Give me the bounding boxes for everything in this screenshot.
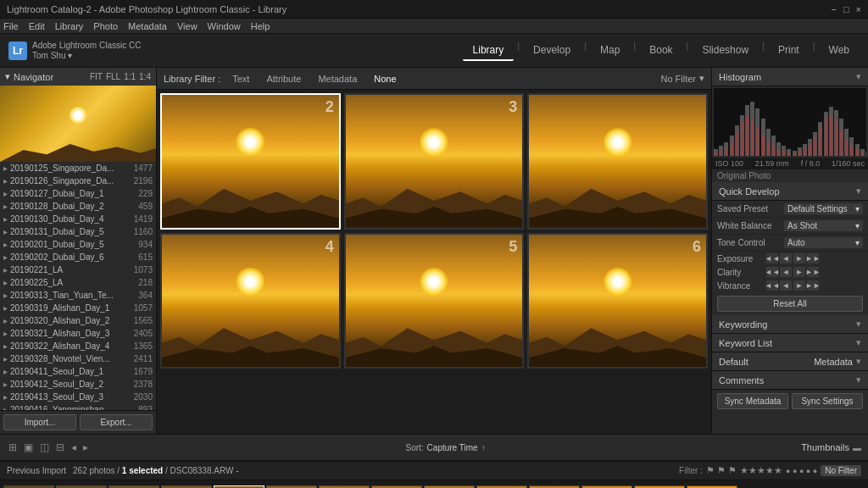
- folder-item[interactable]: ▸ 20190320_Alishan_Day_2 1565: [0, 314, 156, 327]
- folder-item[interactable]: ▸ 20190412_Seoul_Day_2 2378: [0, 378, 156, 391]
- 1-4-option[interactable]: 1:4: [139, 72, 151, 81]
- filmstrip-item[interactable]: [3, 485, 54, 489]
- folder-item[interactable]: ▸ 20190202_Dubai_Day_6 615: [0, 251, 156, 263]
- folder-item[interactable]: ▸ 20190225_LA 218: [0, 276, 156, 289]
- keywording-header[interactable]: Keywording ▾: [712, 315, 868, 334]
- menu-file[interactable]: File: [3, 21, 19, 31]
- grid-view-icon[interactable]: ⊞: [7, 440, 19, 455]
- folder-item[interactable]: ▸ 20190313_Tian_Yuan_Te... 364: [0, 289, 156, 302]
- exposure-inc-large[interactable]: ►►: [807, 253, 819, 263]
- tab-web[interactable]: Web: [819, 41, 860, 61]
- saved-preset-value[interactable]: Default Settings ▾: [784, 203, 863, 214]
- vibrance-inc[interactable]: ►: [793, 280, 805, 291]
- histogram-header[interactable]: Histogram ▾: [712, 68, 868, 86]
- navigator-header[interactable]: ▾ Navigator FIT FLL 1:1 1:4: [0, 68, 156, 86]
- white-balance-value[interactable]: As Shot ▾: [784, 220, 863, 231]
- survey-view-icon[interactable]: ⊟: [54, 440, 66, 455]
- menu-edit[interactable]: Edit: [29, 21, 45, 31]
- menu-help[interactable]: Help: [251, 21, 270, 31]
- filmstrip-item[interactable]: [319, 485, 370, 489]
- clarity-inc-large[interactable]: ►►: [807, 267, 819, 277]
- tab-map[interactable]: Map: [590, 41, 630, 61]
- tone-control-value[interactable]: Auto ▾: [784, 237, 863, 248]
- folder-item[interactable]: ▸ 20190411_Seoul_Day_1 1679: [0, 365, 156, 378]
- sync-settings-button[interactable]: Sync Settings: [792, 393, 863, 409]
- folder-item[interactable]: ▸ 20190321_Alishan_Day_3 2405: [0, 327, 156, 340]
- filmstrip-item[interactable]: [634, 485, 685, 489]
- filmstrip-item[interactable]: [687, 485, 737, 489]
- filmstrip-item[interactable]: [266, 485, 317, 489]
- filter-none[interactable]: None: [369, 72, 401, 86]
- folder-item[interactable]: ▸ 20190322_Alishan_Day_4 1365: [0, 340, 156, 352]
- tab-slideshow[interactable]: Slideshow: [692, 41, 759, 61]
- metadata-header[interactable]: Default Metadata ▾: [712, 352, 868, 371]
- sort-value[interactable]: Capture Time: [427, 443, 478, 452]
- fll-option[interactable]: FLL: [106, 72, 120, 81]
- import-button[interactable]: Import...: [3, 414, 76, 430]
- loupe-view-icon[interactable]: ▣: [22, 440, 35, 455]
- photo-cell[interactable]: 4: [160, 233, 341, 369]
- fit-option[interactable]: FIT: [90, 72, 103, 81]
- menu-window[interactable]: Window: [208, 21, 241, 31]
- folder-item[interactable]: ▸ 20190413_Seoul_Day_3 2030: [0, 391, 156, 403]
- exposure-dec-large[interactable]: ◄◄: [766, 253, 778, 263]
- exposure-inc[interactable]: ►: [793, 253, 805, 263]
- filmstrip-item[interactable]: [371, 485, 422, 489]
- prev-button[interactable]: ◂: [70, 440, 78, 455]
- minimize-button[interactable]: −: [831, 4, 836, 14]
- folder-item[interactable]: ▸ 20190125_Singapore_Da... 1477: [0, 162, 156, 175]
- folder-item[interactable]: ▸ 20190127_Dubai_Day_1 229: [0, 187, 156, 200]
- keyword-list-header[interactable]: Keyword List ▾: [712, 334, 868, 352]
- exposure-dec[interactable]: ◄: [780, 253, 792, 263]
- vibrance-dec-large[interactable]: ◄◄: [766, 280, 778, 291]
- next-button[interactable]: ▸: [81, 440, 90, 455]
- menu-metadata[interactable]: Metadata: [128, 21, 167, 31]
- filmstrip-item[interactable]: [56, 485, 107, 489]
- folder-item[interactable]: ▸ 20190131_Dubai_Day_5 1160: [0, 225, 156, 238]
- menu-photo[interactable]: Photo: [93, 21, 118, 31]
- comments-header[interactable]: Comments ▾: [712, 371, 868, 390]
- sync-metadata-button[interactable]: Sync Metadata: [717, 393, 788, 409]
- photo-cell[interactable]: 6: [527, 233, 708, 369]
- folder-item[interactable]: ▸ 20190328_Novotel_Vien... 2411: [0, 352, 156, 365]
- clarity-inc[interactable]: ►: [793, 267, 805, 277]
- user-dropdown-icon[interactable]: ▾: [68, 51, 72, 60]
- folder-item[interactable]: ▸ 20190130_Dubai_Day_4 1419: [0, 213, 156, 225]
- menu-view[interactable]: View: [177, 21, 198, 31]
- tab-book[interactable]: Book: [639, 41, 682, 61]
- maximize-button[interactable]: □: [843, 4, 849, 14]
- folder-item[interactable]: ▸ 20190201_Dubai_Day_5 934: [0, 238, 156, 251]
- filmstrip-item[interactable]: [108, 485, 159, 489]
- menu-library[interactable]: Library: [55, 21, 84, 31]
- sort-direction-icon[interactable]: ↑: [481, 443, 486, 452]
- folder-item[interactable]: ▸ 20190128_Dubai_Day_2 459: [0, 200, 156, 213]
- filter-metadata[interactable]: Metadata: [313, 72, 362, 86]
- folder-item[interactable]: ▸ 20190416_Yangminshan... 893: [0, 403, 156, 410]
- tab-library[interactable]: Library: [463, 41, 515, 61]
- compare-view-icon[interactable]: ◫: [38, 440, 51, 455]
- filmstrip-item[interactable]: [529, 485, 580, 489]
- quick-develop-header[interactable]: Quick Develop ▾: [712, 182, 868, 201]
- tab-print[interactable]: Print: [768, 41, 810, 61]
- close-button[interactable]: ×: [856, 4, 861, 14]
- reset-all-button[interactable]: Reset All: [717, 296, 863, 312]
- export-button[interactable]: Export...: [80, 414, 153, 430]
- photo-cell[interactable]: 5: [344, 233, 525, 369]
- photo-cell[interactable]: [527, 93, 708, 230]
- filter-attribute[interactable]: Attribute: [261, 72, 306, 86]
- vibrance-dec[interactable]: ◄: [780, 280, 792, 291]
- tab-develop[interactable]: Develop: [523, 41, 581, 61]
- filmstrip-item[interactable]: [214, 485, 264, 489]
- vibrance-inc-large[interactable]: ►►: [807, 280, 819, 291]
- filmstrip-item[interactable]: [424, 485, 475, 489]
- clarity-dec-large[interactable]: ◄◄: [766, 267, 778, 277]
- clarity-dec[interactable]: ◄: [780, 267, 792, 277]
- filmstrip-item[interactable]: [581, 485, 632, 489]
- filter-text[interactable]: Text: [227, 72, 254, 86]
- folder-item[interactable]: ▸ 20190319_Alishan_Day_1 1057: [0, 302, 156, 314]
- 1-1-option[interactable]: 1:1: [124, 72, 136, 81]
- folder-item[interactable]: ▸ 20190221_LA 1073: [0, 263, 156, 276]
- photo-cell[interactable]: 2: [160, 93, 341, 230]
- filmstrip-item[interactable]: [161, 485, 212, 489]
- photo-cell[interactable]: 3: [344, 93, 525, 230]
